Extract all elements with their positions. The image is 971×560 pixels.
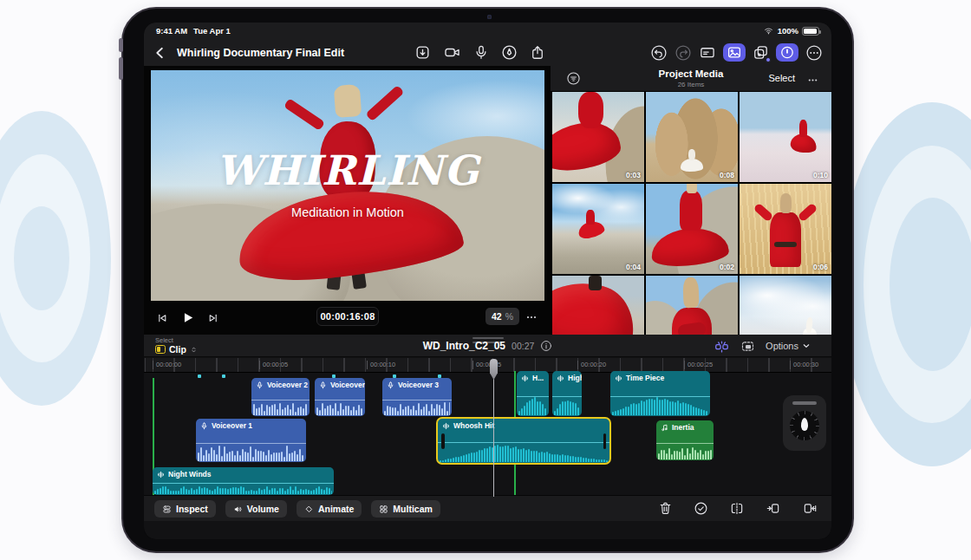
media-item-tall-hat-man-crossed-arms[interactable] xyxy=(646,276,738,335)
fg-torso xyxy=(688,149,695,161)
media-item-wheat-field-red-man[interactable]: 0:06 xyxy=(740,184,831,274)
fg-torso xyxy=(578,92,604,128)
overwrite-clip-icon[interactable] xyxy=(802,501,818,516)
clip-duration-badge: 0:06 xyxy=(813,263,828,271)
clip-duration-badge: 0:10 xyxy=(813,171,828,179)
media-browser-header: Project Media 26 Items Select xyxy=(551,66,831,92)
more-icon[interactable] xyxy=(805,44,823,62)
video-camera-icon[interactable] xyxy=(443,44,461,61)
clip-label: Night Winds xyxy=(168,470,212,479)
status-time: 9:41 AM xyxy=(156,26,187,36)
media-more-icon[interactable] xyxy=(806,74,819,87)
timeline-clip-whoosh-hit[interactable]: Whoosh Hit xyxy=(436,417,611,465)
timeline-panel: Select Clip WD_Intro_C2_05 00:27 xyxy=(144,335,831,539)
insert-clip-icon[interactable] xyxy=(766,501,781,516)
clip-label: Time Piece xyxy=(626,374,664,382)
animate-icon xyxy=(304,505,314,514)
dancer-hat xyxy=(334,84,362,118)
timeline-clip-inertia[interactable]: Inertia xyxy=(656,420,714,460)
battery-percent: 100% xyxy=(778,26,798,36)
jog-wheel-dial[interactable] xyxy=(790,411,819,440)
media-item-badlands-red-dancer[interactable]: 0:04 xyxy=(552,184,644,274)
audio-waveform xyxy=(384,400,450,415)
audio-waveform xyxy=(554,397,580,415)
media-item-red-skirt-closeup[interactable] xyxy=(552,276,644,335)
back-button[interactable] xyxy=(153,45,168,61)
trim-handle-right[interactable] xyxy=(603,433,607,449)
microphone-icon xyxy=(387,381,394,389)
zoom-level-control[interactable]: 42 % xyxy=(486,308,519,325)
clip-duration-badge: 0:03 xyxy=(626,171,641,179)
jog-wheel[interactable] xyxy=(783,395,826,451)
animate-button[interactable]: Animate xyxy=(297,500,362,518)
ipad-device: 9:41 AM Tue Apr 1 100% Whirling Document… xyxy=(121,7,854,553)
play-button[interactable] xyxy=(180,310,195,325)
fg-torso xyxy=(672,308,713,335)
status-date: Tue Apr 1 xyxy=(193,26,231,36)
microphone-icon xyxy=(319,381,327,389)
volume-button[interactable]: Volume xyxy=(225,500,287,518)
skip-forward-icon[interactable] xyxy=(207,312,219,324)
trash-icon[interactable] xyxy=(658,500,673,516)
subtitle-overlay: Meditation in Motion xyxy=(151,205,544,219)
media-item-red-dancer-closeup[interactable]: 0:03 xyxy=(552,92,644,182)
audio-waveform xyxy=(440,443,608,462)
marker-dot-cyan[interactable] xyxy=(198,374,201,378)
titles-icon[interactable] xyxy=(699,44,716,61)
media-item-salt-flat-red-dancer[interactable]: 0:10 xyxy=(740,92,831,182)
share-icon[interactable] xyxy=(530,44,545,61)
skip-back-icon[interactable] xyxy=(156,312,168,324)
clip-duration-badge: 0:02 xyxy=(720,263,734,271)
media-item-rock-valley-white-dancer[interactable]: 0:08 xyxy=(646,92,738,182)
battery-icon xyxy=(802,27,819,36)
viewer-more-icon[interactable] xyxy=(525,310,538,324)
multicam-button[interactable]: Multicam xyxy=(371,500,440,518)
media-browser-icon[interactable] xyxy=(723,43,746,62)
timeline-clip-voiceover-2[interactable]: Voiceover 2 xyxy=(251,378,310,416)
clip-label: High... xyxy=(568,374,582,382)
fg-skirt xyxy=(681,159,702,172)
fg-hat xyxy=(687,184,698,193)
transport-bar: 00:00:16:08 42 % xyxy=(144,301,551,335)
microphone-icon[interactable] xyxy=(473,44,489,61)
undo-icon[interactable] xyxy=(650,44,668,62)
timeline-clip-voiceover-1[interactable]: Voiceover 1 xyxy=(196,419,306,462)
zoom-unit: % xyxy=(505,311,513,322)
timeline-clip-voiceover-3[interactable]: Voiceover 3 xyxy=(382,378,452,416)
clip-duration-badge: 0:08 xyxy=(720,171,734,179)
inspect-button[interactable]: Inspect xyxy=(154,500,216,518)
timeline-clip-high[interactable]: High... xyxy=(552,371,582,416)
clip-label: Voiceover 1 xyxy=(212,421,252,430)
audio-waveform xyxy=(658,444,712,459)
import-media-icon[interactable] xyxy=(414,44,431,61)
select-button[interactable]: Select xyxy=(768,73,795,83)
clip-label: Inertia xyxy=(672,423,694,432)
viewer-panel: WHIRLING Meditation in Motion 00:00:16:0… xyxy=(144,66,551,335)
timecode-display[interactable]: 00:00:16:08 xyxy=(316,307,379,326)
effects-icon[interactable] xyxy=(753,44,769,61)
media-item-red-dancer-from-behind[interactable]: 0:02 xyxy=(646,184,738,274)
title-overlay: WHIRLING xyxy=(151,147,544,194)
viewer-video-frame[interactable]: WHIRLING Meditation in Motion xyxy=(151,70,544,301)
jog-wheel-icon[interactable] xyxy=(776,43,798,62)
jog-wheel-handle[interactable] xyxy=(792,401,817,405)
waveform-icon xyxy=(557,374,564,382)
volume-down-button xyxy=(119,57,123,80)
clip-label: Voiceover 2 xyxy=(267,381,308,389)
timeline-clip-voiceover-2[interactable]: Voiceover 2 xyxy=(315,378,365,416)
project-title: Whirling Documentary Final Edit xyxy=(177,47,344,59)
timeline-clip-night-winds[interactable]: Night Winds xyxy=(153,467,334,495)
live-drawing-icon[interactable] xyxy=(501,44,518,61)
timeline-clip-h[interactable]: H... xyxy=(517,371,549,416)
split-clip-icon[interactable] xyxy=(729,501,745,516)
media-browser-panel: Project Media 26 Items Select 0:030:080:… xyxy=(551,66,831,335)
timeline-clip-time-piece[interactable]: Time Piece xyxy=(610,371,710,416)
fg-torso xyxy=(680,191,701,231)
fg-torso xyxy=(770,212,801,266)
media-item-salt-flat-white-dancer[interactable] xyxy=(740,276,831,335)
trim-handle-left[interactable] xyxy=(441,433,445,449)
marker-dot-cyan[interactable] xyxy=(222,374,225,378)
audio-waveform xyxy=(518,397,547,415)
fg-extra xyxy=(589,276,602,290)
check-circle-icon[interactable] xyxy=(694,501,708,516)
